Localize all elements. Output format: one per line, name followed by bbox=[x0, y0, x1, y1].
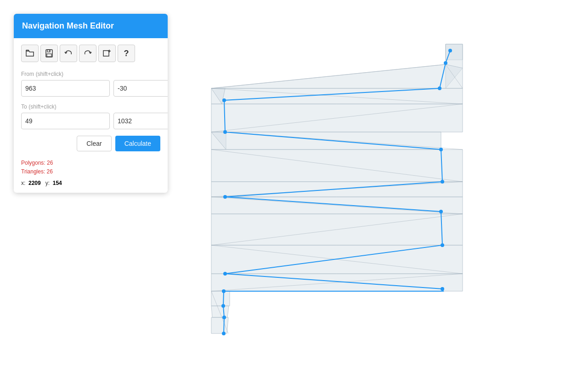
to-y-input[interactable] bbox=[113, 113, 168, 129]
help-button[interactable]: ? bbox=[118, 45, 135, 62]
panel-header: Navigation Mesh Editor bbox=[14, 14, 168, 38]
from-label: From (shift+click) bbox=[21, 70, 160, 77]
nav-mesh-panel: Navigation Mesh Editor bbox=[14, 14, 168, 193]
action-buttons: Clear Calculate bbox=[21, 136, 160, 151]
save-button[interactable] bbox=[40, 45, 58, 62]
toolbar: ? bbox=[21, 45, 160, 62]
panel-title: Navigation Mesh Editor bbox=[22, 21, 114, 30]
svg-rect-2 bbox=[47, 54, 51, 57]
from-x-input[interactable] bbox=[21, 80, 110, 97]
to-inputs bbox=[21, 113, 160, 129]
to-x-input[interactable] bbox=[21, 113, 110, 129]
svg-rect-4 bbox=[103, 51, 109, 56]
triangles-stat: Triangles: 26 bbox=[21, 167, 160, 176]
from-inputs bbox=[21, 80, 160, 97]
polygons-stat: Polygons: 26 bbox=[21, 159, 160, 167]
open-button[interactable] bbox=[21, 45, 39, 62]
add-polygon-button[interactable] bbox=[98, 45, 116, 62]
to-label: To (shift+click) bbox=[21, 103, 160, 110]
calculate-button[interactable]: Calculate bbox=[115, 136, 160, 151]
clear-button[interactable]: Clear bbox=[77, 136, 111, 151]
undo-button[interactable] bbox=[60, 45, 77, 62]
stats-section: Polygons: 26 Triangles: 26 bbox=[21, 159, 160, 176]
redo-button[interactable] bbox=[79, 45, 96, 62]
coordinates-display: x: 2209 y: 154 bbox=[21, 180, 160, 186]
from-y-input[interactable] bbox=[113, 80, 168, 97]
